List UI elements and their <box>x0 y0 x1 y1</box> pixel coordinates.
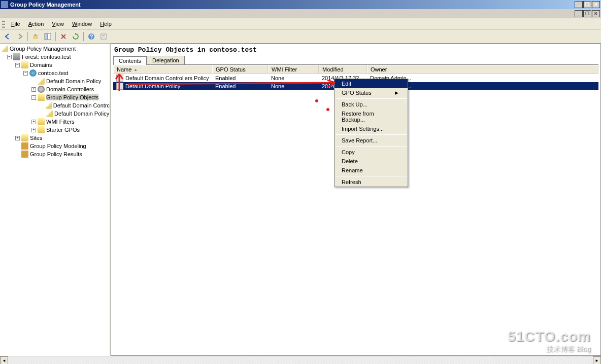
ctx-separator <box>336 146 407 147</box>
ctx-gpo-status[interactable]: GPO Status▶ <box>335 88 408 97</box>
mdi-close-button[interactable]: ✕ <box>592 10 600 17</box>
content-heading: Group Policy Objects in contoso.test <box>111 44 600 56</box>
menu-help[interactable]: Help <box>96 19 116 28</box>
back-button[interactable] <box>2 31 13 42</box>
forward-button[interactable] <box>14 31 25 42</box>
delete-button[interactable] <box>58 31 69 42</box>
ctx-save-report[interactable]: Save Report... <box>335 136 408 145</box>
mdi-restore-button[interactable]: ❐ <box>583 10 591 17</box>
toolbar: ? <box>0 29 601 44</box>
window-title: Group Policy Management <box>10 2 81 8</box>
help-button[interactable]: ? <box>86 31 97 42</box>
col-modified[interactable]: Modified <box>319 65 367 74</box>
gpo-icon <box>116 83 123 90</box>
tree-modeling[interactable]: Group Policy Modeling <box>0 142 110 150</box>
tree-forest[interactable]: −Forest: contoso.test <box>0 53 110 61</box>
ctx-backup[interactable]: Back Up... <box>335 100 408 109</box>
refresh-button[interactable] <box>70 31 81 42</box>
tree-pane[interactable]: Group Policy Management −Forest: contoso… <box>0 44 111 356</box>
app-icon <box>1 1 8 8</box>
minimize-button[interactable]: _ <box>575 1 583 8</box>
sort-asc-icon: ▲ <box>133 67 138 72</box>
grid-header: Name▲ GPO Status WMI Filter Modified Own… <box>113 65 598 74</box>
ctx-edit[interactable]: Edit <box>335 79 408 88</box>
menu-view[interactable]: View <box>48 19 68 28</box>
tree-domain-controllers[interactable]: +Domain Controllers <box>0 85 110 93</box>
tree-domains[interactable]: −Domains <box>0 61 110 69</box>
tree-default-domain-controllers[interactable]: Default Domain Contrc <box>0 101 110 110</box>
menu-action[interactable]: Action <box>24 19 48 28</box>
svg-rect-0 <box>33 35 38 39</box>
col-owner[interactable]: Owner <box>367 65 598 74</box>
tab-strip: Contents Delegation <box>111 56 600 64</box>
ctx-separator <box>336 134 407 135</box>
close-button[interactable]: ✕ <box>592 1 600 8</box>
maximize-button[interactable]: ❐ <box>583 1 591 8</box>
tree-default-domain-policy[interactable]: Default Domain Policy <box>0 77 110 85</box>
watermark: 51CTO.com 技术博客 Blog <box>508 329 591 354</box>
tree-default-domain-policy-2[interactable]: Default Domain Policy <box>0 110 110 118</box>
svg-rect-2 <box>48 33 51 40</box>
tab-contents[interactable]: Contents <box>113 56 147 65</box>
ctx-delete[interactable]: Delete <box>335 157 408 166</box>
menu-file[interactable]: File <box>7 19 24 28</box>
menu-bar: File Action View Window Help <box>0 18 601 29</box>
svg-rect-5 <box>101 34 106 39</box>
col-wmi[interactable]: WMI Filter <box>268 65 319 74</box>
menu-handle-icon <box>2 20 5 28</box>
scroll-left-button[interactable]: ◄ <box>0 356 8 364</box>
horizontal-scrollbar[interactable]: ◄ ► <box>0 356 601 364</box>
tree-sites[interactable]: +Sites <box>0 134 110 142</box>
svg-text:?: ? <box>90 33 93 40</box>
scroll-right-button[interactable]: ► <box>593 356 601 364</box>
up-button[interactable] <box>30 31 41 42</box>
tree-starter-gpos[interactable]: +Starter GPOs <box>0 126 110 134</box>
title-bar: Group Policy Management _ ❐ ✕ <box>0 0 601 9</box>
submenu-arrow-icon: ▶ <box>395 90 398 95</box>
properties-button[interactable] <box>98 31 109 42</box>
tree-results[interactable]: Group Policy Results <box>0 150 110 158</box>
tab-delegation[interactable]: Delegation <box>147 56 185 64</box>
tree-gpo-folder[interactable]: −Group Policy Objects <box>0 93 110 101</box>
ctx-separator <box>336 176 407 176</box>
tree-wmi-filters[interactable]: +WMI Filters <box>0 118 110 126</box>
ctx-restore[interactable]: Restore from Backup... <box>335 109 408 124</box>
tree-domain[interactable]: −contoso.test <box>0 69 110 77</box>
context-menu: Edit GPO Status▶ Back Up... Restore from… <box>334 79 408 187</box>
ctx-import[interactable]: Import Settings... <box>335 124 408 133</box>
tree-root[interactable]: Group Policy Management <box>0 45 110 53</box>
col-name[interactable]: Name▲ <box>113 65 212 74</box>
mdi-minimize-button[interactable]: _ <box>575 10 583 17</box>
ctx-rename[interactable]: Rename <box>335 166 408 175</box>
gpo-icon <box>116 75 123 82</box>
menu-window[interactable]: Window <box>68 19 96 28</box>
ctx-refresh[interactable]: Refresh <box>335 177 408 187</box>
ctx-separator <box>336 98 407 99</box>
col-status[interactable]: GPO Status <box>212 65 268 74</box>
mdi-controls: _ ❐ ✕ <box>0 9 601 18</box>
show-tree-button[interactable] <box>42 31 53 42</box>
svg-rect-1 <box>45 33 47 40</box>
ctx-copy[interactable]: Copy <box>335 148 408 157</box>
